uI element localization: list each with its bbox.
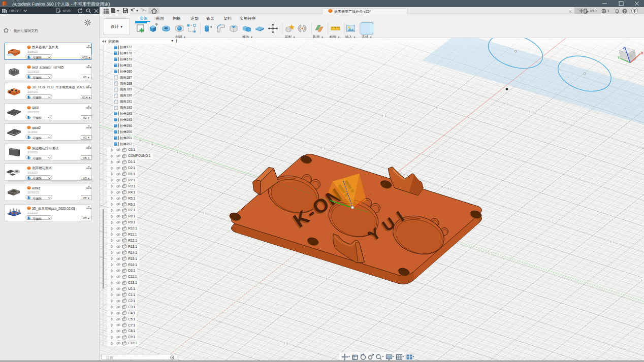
svg-text:X: X <box>641 51 643 55</box>
svg-text:Z: Z <box>623 46 625 50</box>
svg-text:前: 前 <box>629 54 633 58</box>
svg-text:Y: Y <box>618 56 620 59</box>
svg-text:?: ? <box>624 9 626 13</box>
